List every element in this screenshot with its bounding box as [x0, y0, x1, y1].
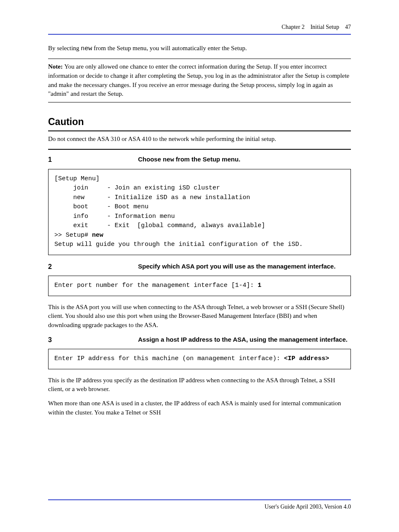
page-footer: User's Guide April 2003, Version 4.0	[0, 499, 399, 511]
codebox-2: Enter port number for the management int…	[48, 276, 351, 296]
intro-a: By selecting	[48, 45, 81, 51]
note-text: You are only allowed one chance to enter…	[48, 63, 349, 97]
caution-box: Caution	[48, 115, 351, 131]
page-header: Chapter 2 Initial Setup 47	[48, 23, 351, 35]
code1-b: Setup will guide you through the initial…	[54, 241, 303, 248]
footer-text: User's Guide April 2003, Version 4.0	[48, 499, 351, 511]
step1-pre: Choose	[138, 156, 163, 163]
p3: This is the IP address you specify as th…	[48, 376, 351, 394]
step1-post: from the Setup menu.	[174, 156, 240, 163]
step1-number: 1	[48, 155, 138, 165]
step3-text: Assign a host IP address to the ASA, usi…	[138, 335, 351, 345]
code3-a: Enter IP address for this machine (on ma…	[54, 355, 284, 362]
code2-bold: 1	[258, 282, 261, 289]
header-page: 47	[345, 24, 351, 30]
codebox-3: Enter IP address for this machine (on ma…	[48, 349, 351, 369]
intro-c: from the Setup menu, you will automatica…	[92, 45, 247, 51]
code2-a: Enter port number for the management int…	[54, 282, 258, 289]
note-box: Note: You are only allowed one chance to…	[48, 59, 351, 102]
p4: When more than one ASA is used in a clus…	[48, 399, 351, 417]
step3-row: 3 Assign a host IP address to the ASA, u…	[48, 335, 351, 345]
codebox-1: [Setup Menu] join - Join an existing iSD…	[48, 169, 351, 255]
step2-text: Specify which ASA port you will use as t…	[138, 262, 351, 271]
intro-paragraph: By selecting new from the Setup menu, yo…	[48, 44, 351, 54]
step1-text: Choose new from the Setup menu.	[138, 155, 351, 165]
step2-number: 2	[48, 262, 138, 271]
code1-bold: new	[92, 232, 103, 239]
caution-label: Caution	[48, 115, 351, 129]
step1-row: 1 Choose new from the Setup menu.	[48, 155, 351, 165]
caution-bottom-rule	[48, 149, 351, 150]
caution-text: Do not connect the ASA 310 or ASA 410 to…	[48, 135, 351, 144]
step1-cmd: new	[163, 156, 174, 164]
header-text: Chapter 2 Initial Setup 47	[48, 23, 351, 31]
header-title: Initial Setup	[310, 24, 339, 30]
p2: This is the ASA port you will use when c…	[48, 303, 351, 330]
intro-cmd: new	[81, 45, 92, 52]
step2-row: 2 Specify which ASA port you will use as…	[48, 262, 351, 271]
note-label: Note:	[48, 63, 64, 70]
code3-bold: <IP address>	[284, 355, 329, 362]
header-chapter: Chapter 2	[281, 24, 304, 30]
step3-number: 3	[48, 335, 138, 345]
code1-a: [Setup Menu] join - Join an existing iSD…	[54, 175, 265, 239]
